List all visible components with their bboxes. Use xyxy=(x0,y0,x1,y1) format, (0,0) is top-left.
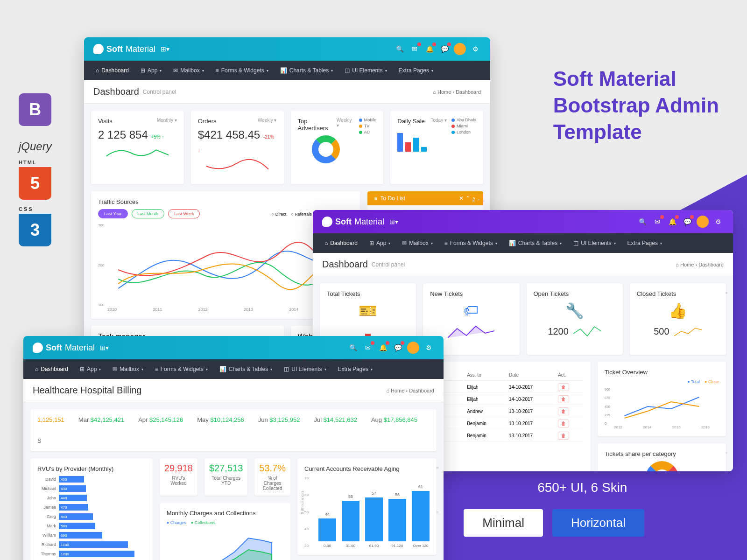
rvu-worked-stat: 29,918RVU's Worked xyxy=(160,458,197,496)
horizontal-button[interactable]: Horizontal xyxy=(552,509,644,537)
hbar-row: Thomas1200 xyxy=(37,551,146,557)
hbar-row: William690 xyxy=(37,532,146,539)
brand-logo[interactable]: SoftMaterial xyxy=(322,217,384,227)
avatar[interactable] xyxy=(454,43,466,55)
search-icon[interactable]: 🔍 xyxy=(394,43,405,55)
bell-icon[interactable]: 🔔 xyxy=(424,43,435,55)
nav-mailbox[interactable]: ✉ Mailbox ▾ xyxy=(397,240,437,246)
bell-icon[interactable]: 🔔 xyxy=(667,216,678,227)
collected-stat: 53.7%% of Charges Collected xyxy=(254,458,290,496)
gear-icon[interactable]: ⚙ xyxy=(423,342,434,353)
page-subtitle: Control panel xyxy=(143,89,176,95)
open-tickets-card: Open Tickets⚬ 🔧 1200 xyxy=(527,283,623,355)
nav-dashboard[interactable]: ⌂ Dashboard xyxy=(91,67,134,74)
pill-lastyear[interactable]: Last Year xyxy=(98,209,128,218)
hbar-row: John448 xyxy=(37,495,146,501)
ticket-icon: 🎫 xyxy=(327,302,409,320)
mail-icon[interactable]: ✉ xyxy=(362,342,374,353)
nav-ui[interactable]: ◫ UI Elements ▾ xyxy=(340,67,391,74)
thumbs-up-icon: 👍 xyxy=(637,302,719,320)
nav-app[interactable]: ⊞ App ▾ xyxy=(365,240,395,246)
nav-extra[interactable]: Extra Pages ▾ xyxy=(333,366,377,372)
tickets-share-card: Tickets share per category⚬ xyxy=(598,443,726,471)
visits-card: VisitsMonthly ▾ 2 125 854 +5% ↑ xyxy=(91,111,184,184)
vbar: 61 xyxy=(412,491,430,542)
bell-icon[interactable]: 🔔 xyxy=(377,342,388,353)
month-value: Aug $17,856,845 xyxy=(371,416,417,423)
nav-forms[interactable]: ≡ Forms & Widgets ▾ xyxy=(150,366,212,372)
search-icon[interactable]: 🔍 xyxy=(347,342,359,353)
delete-button[interactable]: 🗑 xyxy=(558,407,569,415)
mail-icon[interactable]: ✉ xyxy=(652,216,663,227)
nav-charts[interactable]: 📊 Charts & Tables ▾ xyxy=(275,67,338,74)
brand-logo[interactable]: SoftMaterial xyxy=(33,343,95,353)
delete-button[interactable]: 🗑 xyxy=(558,383,569,391)
nav-dashboard[interactable]: ⌂ Dashboard xyxy=(320,240,362,246)
apps-icon[interactable]: ⊞▾ xyxy=(159,43,170,55)
nav-extra[interactable]: Extra Pages ▾ xyxy=(623,240,667,246)
charges-ytd-stat: $27,513Total Charges YTD xyxy=(204,458,247,496)
chat-icon[interactable]: 💬 xyxy=(439,43,450,55)
nav-ui[interactable]: ◫ UI Elements ▾ xyxy=(279,366,331,372)
window-header: SoftMaterial ⊞▾ 🔍 ✉ 🔔 💬 ⚙ xyxy=(313,210,733,233)
closed-tickets-card: Closed Tickets⚬ 👍 500 xyxy=(630,283,726,355)
hbar-row: David400 xyxy=(37,476,146,483)
page-title: Dashboard xyxy=(322,259,368,270)
nav-app[interactable]: ⊞ App ▾ xyxy=(136,67,166,74)
breadcrumb[interactable]: ⌂ Home › Dashboard xyxy=(676,262,724,267)
month-value: Jun $3,125,952 xyxy=(258,416,300,423)
navbar: ⌂ Dashboard ⊞ App ▾ ✉ Mailbox ▾ ≡ Forms … xyxy=(313,233,733,253)
advertisers-card: Top AdvertisersWeekly ▾ Mobile TV AC xyxy=(291,111,384,184)
search-icon[interactable]: 🔍 xyxy=(637,216,648,227)
aging-card: Current Accounts Receivable Aging≡ 70605… xyxy=(297,458,437,555)
jquery-icon: jQuery xyxy=(19,140,52,153)
month-value: Mar $42,125,421 xyxy=(78,416,124,423)
hbar-row: Greg540 xyxy=(37,513,146,520)
page-title: Healthcare Hospital Billing xyxy=(33,385,141,396)
delete-button[interactable]: 🗑 xyxy=(558,432,569,440)
brand-logo[interactable]: SoftMaterial xyxy=(93,44,155,54)
month-value: S xyxy=(37,437,42,444)
avatar[interactable] xyxy=(407,342,419,354)
minimal-button[interactable]: Minimal xyxy=(464,509,543,537)
hbar-row: Michael430 xyxy=(37,485,146,492)
bootstrap-icon: B xyxy=(19,93,51,126)
window-header: SoftMaterial ⊞▾ 🔍 ✉ 🔔 💬 ⚙ xyxy=(84,37,490,61)
nav-charts[interactable]: 📊 Charts & Tables ▾ xyxy=(504,240,567,246)
nav-mailbox[interactable]: ✉ Mailbox ▾ xyxy=(108,366,148,372)
pill-lastweek[interactable]: Last Week xyxy=(168,209,200,218)
nav-dashboard[interactable]: ⌂ Dashboard xyxy=(30,366,73,372)
nav-extra[interactable]: Extra Pages ▾ xyxy=(394,67,438,74)
chat-icon[interactable]: 💬 xyxy=(682,216,693,227)
delete-button[interactable]: 🗑 xyxy=(558,420,569,427)
gear-icon[interactable]: ⚙ xyxy=(712,216,724,227)
apps-icon[interactable]: ⊞▾ xyxy=(99,342,110,353)
month-value: Jul $14,521,632 xyxy=(314,416,357,423)
window-healthcare: SoftMaterial ⊞▾ 🔍 ✉ 🔔 💬 ⚙ ⌂ Dashboard ⊞ … xyxy=(23,336,444,560)
month-value: Apr $25,145,126 xyxy=(138,416,183,423)
avatar[interactable] xyxy=(697,216,709,228)
pill-lastmonth[interactable]: Last Month xyxy=(132,209,165,218)
page-subtitle: Control panel xyxy=(372,261,405,268)
tag-icon: 🏷 xyxy=(430,302,512,319)
nav-forms[interactable]: ≡ Forms & Widgets ▾ xyxy=(440,240,502,246)
nav-charts[interactable]: 📊 Charts & Tables ▾ xyxy=(215,366,277,372)
vbar: 57 xyxy=(365,497,383,542)
month-value: May $10,124,256 xyxy=(197,416,244,423)
css3-icon: CSS3 xyxy=(19,214,51,246)
gear-icon[interactable]: ⚙ xyxy=(470,43,481,55)
apps-icon[interactable]: ⊞▾ xyxy=(388,216,399,227)
hbar-row: Mark580 xyxy=(37,523,146,529)
month-value: 1,125,151 xyxy=(37,416,64,423)
vbar: 44 xyxy=(318,518,336,541)
nav-forms[interactable]: ≡ Forms & Widgets ▾ xyxy=(211,67,273,74)
delete-button[interactable]: 🗑 xyxy=(558,395,569,403)
breadcrumb[interactable]: ⌂ Home › Dashboard xyxy=(433,89,481,95)
breadcrumb[interactable]: ⌂ Home › Dashboard xyxy=(386,388,434,393)
chat-icon[interactable]: 💬 xyxy=(392,342,403,353)
mail-icon[interactable]: ✉ xyxy=(409,43,420,55)
nav-app[interactable]: ⊞ App ▾ xyxy=(75,366,106,372)
nav-mailbox[interactable]: ✉ Mailbox ▾ xyxy=(169,67,208,74)
nav-ui[interactable]: ◫ UI Elements ▾ xyxy=(569,240,620,246)
rvu-provider-card: RVU's by Provider (Monthly)≡ David400Mic… xyxy=(30,458,153,560)
